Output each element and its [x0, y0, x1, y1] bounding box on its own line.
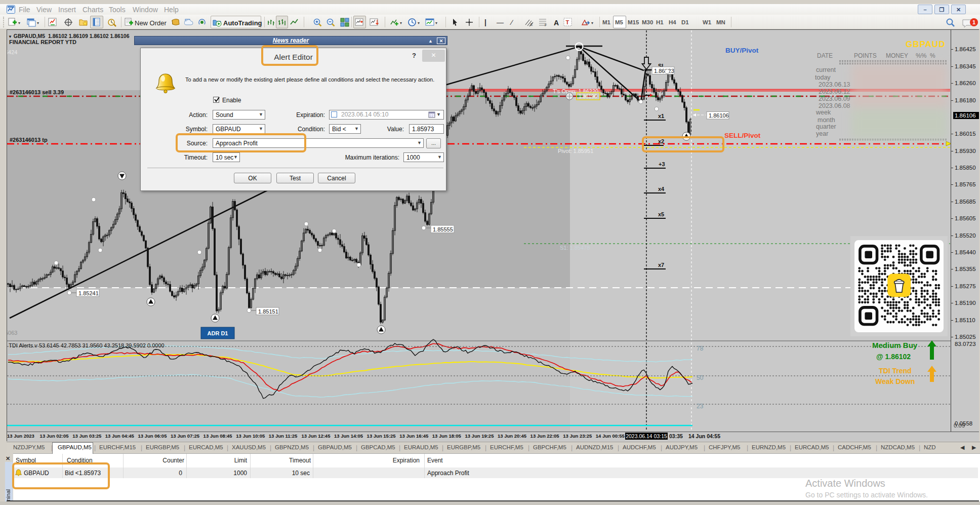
svg-text:#263146013 sell 3.39: #263146013 sell 3.39	[10, 89, 64, 95]
svg-text:x1: x1	[658, 113, 664, 119]
svg-text:23: 23	[697, 403, 704, 410]
svg-text:BUY/Pivot: BUY/Pivot	[725, 47, 759, 54]
svg-text:S1: 1.85478: S1: 1.85478	[560, 245, 590, 251]
svg-text:x4: x4	[658, 186, 665, 192]
svg-text:1: 1	[972, 19, 975, 25]
svg-text:1.85151: 1.85151	[258, 308, 278, 315]
svg-text:1.85241: 1.85241	[78, 290, 99, 296]
svg-text:78: 78	[697, 345, 704, 352]
svg-text:ADR D1: ADR D1	[208, 330, 228, 336]
svg-text:50: 50	[697, 374, 704, 381]
svg-text:Pivot: 1.85951: Pivot: 1.85951	[558, 148, 593, 154]
svg-text:1.86323: 1.86323	[654, 68, 674, 74]
svg-text:1.86196: 1.86196	[579, 94, 597, 99]
svg-text:1.86106: 1.86106	[709, 112, 729, 119]
svg-text:x5: x5	[658, 211, 664, 217]
svg-text:1.85555: 1.85555	[433, 226, 453, 232]
svg-text:entry: entry	[653, 88, 664, 93]
svg-text:6424: 6424	[7, 49, 17, 55]
svg-text:TDI Alerts.v 53.6145 42.7853 3: TDI Alerts.v 53.6145 42.7853 31.9560 43.…	[9, 342, 165, 348]
svg-text:F: F	[545, 23, 547, 27]
svg-text:+3: +3	[659, 161, 665, 167]
svg-text:x7: x7	[658, 262, 664, 268]
svg-text:SELL/Pivot: SELL/Pivot	[724, 132, 761, 139]
svg-text:E: E	[530, 23, 533, 26]
svg-text:5063: 5063	[7, 330, 17, 336]
svg-text:T: T	[566, 19, 569, 25]
svg-text:#263146013 tp: #263146013 tp	[10, 137, 48, 143]
